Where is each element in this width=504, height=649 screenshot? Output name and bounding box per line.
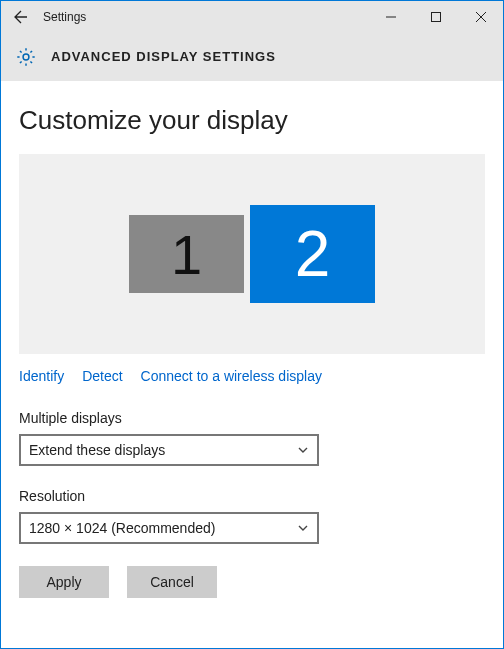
minimize-button[interactable] bbox=[368, 1, 413, 33]
cancel-button[interactable]: Cancel bbox=[127, 566, 217, 598]
multiple-displays-value: Extend these displays bbox=[29, 442, 165, 458]
button-row: Apply Cancel bbox=[19, 566, 485, 598]
monitor-1[interactable]: 1 bbox=[129, 215, 244, 293]
chevron-down-icon bbox=[297, 522, 309, 534]
wireless-display-link[interactable]: Connect to a wireless display bbox=[141, 368, 322, 384]
page-header: ADVANCED DISPLAY SETTINGS bbox=[1, 33, 503, 81]
content-area: Customize your display 1 2 Identify Dete… bbox=[1, 81, 503, 616]
resolution-select[interactable]: 1280 × 1024 (Recommended) bbox=[19, 512, 319, 544]
identify-link[interactable]: Identify bbox=[19, 368, 64, 384]
svg-rect-0 bbox=[431, 13, 440, 22]
maximize-icon bbox=[431, 12, 441, 22]
page-title: Customize your display bbox=[19, 105, 485, 136]
chevron-down-icon bbox=[297, 444, 309, 456]
multiple-displays-select[interactable]: Extend these displays bbox=[19, 434, 319, 466]
resolution-value: 1280 × 1024 (Recommended) bbox=[29, 520, 215, 536]
back-arrow-icon bbox=[13, 9, 29, 25]
display-links: Identify Detect Connect to a wireless di… bbox=[19, 368, 485, 384]
close-icon bbox=[476, 12, 486, 22]
window-title: Settings bbox=[43, 10, 86, 24]
maximize-button[interactable] bbox=[413, 1, 458, 33]
back-button[interactable] bbox=[1, 1, 41, 33]
resolution-label: Resolution bbox=[19, 488, 485, 504]
display-arrangement-area[interactable]: 1 2 bbox=[19, 154, 485, 354]
close-button[interactable] bbox=[458, 1, 503, 33]
titlebar: Settings bbox=[1, 1, 503, 33]
detect-link[interactable]: Detect bbox=[82, 368, 122, 384]
header-title: ADVANCED DISPLAY SETTINGS bbox=[51, 49, 276, 64]
minimize-icon bbox=[386, 12, 396, 22]
multiple-displays-label: Multiple displays bbox=[19, 410, 485, 426]
svg-point-1 bbox=[23, 54, 29, 60]
gear-icon bbox=[15, 46, 37, 68]
apply-button[interactable]: Apply bbox=[19, 566, 109, 598]
monitor-2[interactable]: 2 bbox=[250, 205, 375, 303]
